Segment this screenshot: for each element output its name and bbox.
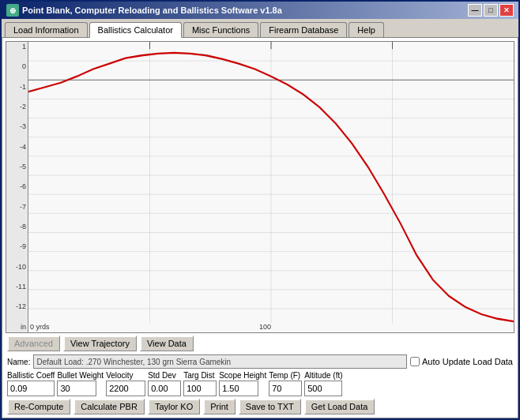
controls-area: Advanced View Trajectory View Data Name:… bbox=[6, 333, 514, 414]
std-dev-input[interactable] bbox=[148, 381, 181, 396]
maximize-button[interactable]: □ bbox=[484, 4, 498, 17]
x-label-0: 0 yrds bbox=[30, 323, 50, 331]
view-buttons-row: Advanced View Trajectory View Data bbox=[6, 336, 514, 351]
print-button[interactable]: Print bbox=[203, 399, 236, 414]
y-tick-in: in bbox=[8, 324, 26, 331]
calculate-pbr-button[interactable]: Calculate PBR bbox=[73, 399, 145, 414]
name-label: Name: bbox=[7, 358, 30, 366]
window-controls: — □ ✕ bbox=[468, 4, 514, 17]
y-tick-n7: -7 bbox=[8, 204, 26, 211]
ballistics-chart: 1 0 -1 -2 -3 -4 -5 -6 -7 -8 -9 -10 -11 -… bbox=[6, 41, 514, 333]
ballistic-coeff-label: Ballistic Coeff bbox=[7, 371, 55, 380]
y-tick-n12: -12 bbox=[8, 303, 26, 310]
advanced-button[interactable]: Advanced bbox=[7, 336, 60, 351]
y-axis: 1 0 -1 -2 -3 -4 -5 -6 -7 -8 -9 -10 -11 -… bbox=[6, 42, 28, 332]
content-area: 1 0 -1 -2 -3 -4 -5 -6 -7 -8 -9 -10 -11 -… bbox=[2, 37, 518, 418]
bullet-weight-label: Bullet Weight bbox=[57, 371, 104, 380]
ballistic-coeff-input[interactable] bbox=[7, 381, 55, 396]
y-tick-0: 0 bbox=[8, 63, 26, 70]
std-dev-label: Std Dev bbox=[148, 371, 181, 380]
bullet-weight-input[interactable] bbox=[57, 381, 96, 396]
tab-ballistics-calculator[interactable]: Ballistics Calculator bbox=[89, 22, 182, 38]
field-group-scope-height: Scope Height bbox=[219, 371, 266, 396]
field-group-bullet-weight: Bullet Weight bbox=[57, 371, 104, 396]
y-tick-n1: -1 bbox=[8, 84, 26, 91]
targ-dist-label: Targ Dist bbox=[183, 371, 217, 380]
y-tick-n4: -4 bbox=[8, 144, 26, 151]
targ-dist-input[interactable] bbox=[183, 381, 217, 396]
auto-update-label: Auto Update Load Data bbox=[422, 357, 513, 366]
taylor-ko-button[interactable]: Taylor KO bbox=[148, 399, 200, 414]
scope-height-label: Scope Height bbox=[219, 371, 266, 380]
y-tick-1: 1 bbox=[8, 43, 26, 51]
y-tick-n9: -9 bbox=[8, 243, 26, 250]
field-group-std-dev: Std Dev bbox=[148, 371, 181, 396]
fields-row: Ballistic Coeff Bullet Weight Velocity S… bbox=[6, 371, 514, 396]
velocity-input[interactable] bbox=[106, 381, 145, 396]
tabs-bar: Load Information Ballistics Calculator M… bbox=[2, 19, 518, 37]
altitude-input[interactable] bbox=[304, 381, 342, 396]
altitude-label: Altitude (ft) bbox=[304, 371, 342, 380]
recompute-button[interactable]: Re-Compute bbox=[7, 399, 70, 414]
view-data-button[interactable]: View Data bbox=[140, 336, 194, 351]
field-group-temp: Temp (F) bbox=[269, 371, 302, 396]
main-window: ⊕ Point Blank, Computer Reloading and Ba… bbox=[0, 0, 520, 420]
field-group-ballistic-coeff: Ballistic Coeff bbox=[7, 371, 55, 396]
auto-update-checkbox[interactable] bbox=[410, 357, 420, 366]
tab-help[interactable]: Help bbox=[349, 22, 384, 37]
tab-firearm-database[interactable]: Firearm Database bbox=[260, 22, 347, 37]
name-row: Name: Auto Update Load Data bbox=[6, 354, 514, 369]
save-to-txt-button[interactable]: Save to TXT bbox=[239, 399, 301, 414]
name-input[interactable] bbox=[33, 354, 407, 369]
minimize-button[interactable]: — bbox=[468, 4, 482, 17]
tab-load-information[interactable]: Load Information bbox=[5, 22, 88, 37]
field-group-velocity: Velocity bbox=[106, 371, 145, 396]
field-group-altitude: Altitude (ft) bbox=[304, 371, 342, 396]
tab-misc-functions[interactable]: Misc Functions bbox=[183, 22, 258, 37]
y-tick-n6: -6 bbox=[8, 183, 26, 190]
y-tick-n11: -11 bbox=[8, 283, 26, 291]
auto-update-area: Auto Update Load Data bbox=[410, 357, 513, 366]
get-load-data-button[interactable]: Get Load Data bbox=[304, 399, 375, 414]
action-buttons-row: Re-Compute Calculate PBR Taylor KO Print… bbox=[6, 399, 514, 414]
velocity-label: Velocity bbox=[106, 371, 145, 380]
view-trajectory-button[interactable]: View Trajectory bbox=[63, 336, 137, 351]
x-label-100: 100 bbox=[259, 323, 271, 331]
y-tick-n8: -8 bbox=[8, 223, 26, 231]
y-tick-n3: -3 bbox=[8, 123, 26, 130]
y-tick-n5: -5 bbox=[8, 163, 26, 171]
scope-height-input[interactable] bbox=[219, 381, 258, 396]
y-tick-n10: -10 bbox=[8, 264, 26, 271]
close-button[interactable]: ✕ bbox=[499, 4, 514, 17]
app-icon: ⊕ bbox=[6, 4, 19, 17]
chart-svg bbox=[28, 42, 514, 332]
field-group-targ-dist: Targ Dist bbox=[183, 371, 217, 396]
y-tick-n2: -2 bbox=[8, 103, 26, 111]
title-bar: ⊕ Point Blank, Computer Reloading and Ba… bbox=[2, 2, 518, 19]
temp-label: Temp (F) bbox=[269, 371, 302, 380]
temp-input[interactable] bbox=[269, 381, 302, 396]
chart-main: 0 yrds 100 bbox=[28, 42, 514, 332]
window-title: Point Blank, Computer Reloading and Ball… bbox=[22, 6, 282, 15]
